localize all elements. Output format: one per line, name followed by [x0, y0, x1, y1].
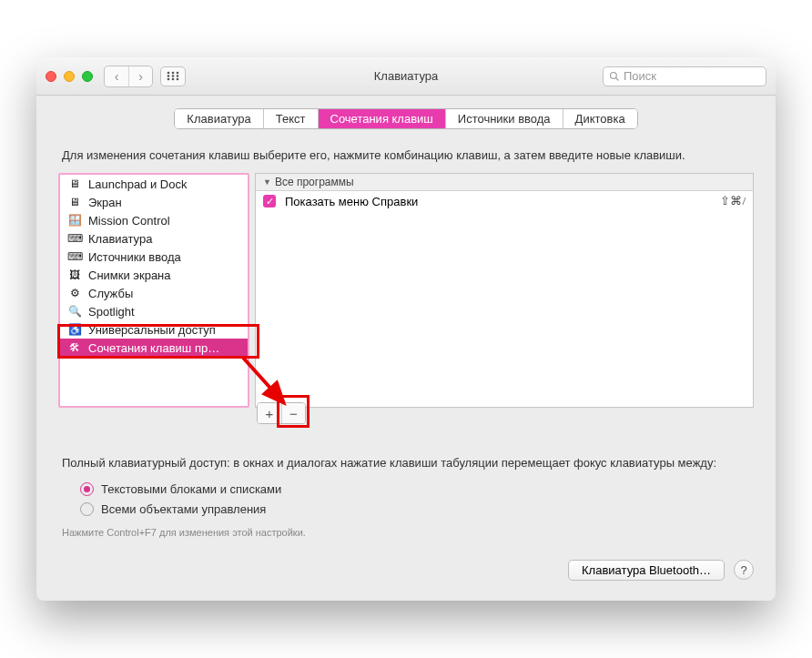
category-label: Снимки экрана: [88, 268, 171, 282]
svg-point-7: [172, 78, 175, 81]
app-shortcuts-icon: 🛠: [67, 340, 82, 355]
category-label: Клавиатура: [88, 232, 152, 246]
chevron-left-icon: ‹: [115, 69, 119, 84]
category-label: Службы: [88, 287, 133, 300]
tab-2[interactable]: Сочетания клавиш: [318, 109, 445, 128]
content-area: КлавиатураТекстСочетания клавишИсточники…: [36, 96, 776, 601]
shortcut-keys[interactable]: ⇧⌘/: [720, 194, 746, 208]
accessibility-icon: ♿: [67, 322, 82, 337]
category-item[interactable]: ⌨Источники ввода: [60, 248, 248, 266]
back-button[interactable]: ‹: [105, 66, 128, 86]
category-item[interactable]: ♿Универсальный доступ: [60, 320, 248, 339]
svg-point-1: [172, 72, 175, 75]
launchpad-icon: 🖥: [67, 177, 82, 191]
tab-1[interactable]: Текст: [263, 109, 318, 128]
mission-control-icon: 🪟: [67, 213, 82, 228]
zoom-button[interactable]: [82, 71, 93, 82]
titlebar: ‹ › Клавиатура Поиск: [36, 57, 776, 96]
shortcut-row[interactable]: ✓Показать меню Справки⇧⌘/: [256, 191, 753, 211]
traffic-lights: [46, 71, 93, 82]
radio-option[interactable]: Всеми объектами управления: [80, 500, 750, 520]
tab-4[interactable]: Диктовка: [563, 109, 637, 128]
category-item[interactable]: ⌨Клавиатура: [60, 229, 248, 248]
category-label: Источники ввода: [88, 250, 181, 264]
svg-point-8: [177, 78, 179, 81]
shortcut-list[interactable]: ▼ Все программы ✓Показать меню Справки⇧⌘…: [255, 173, 754, 408]
tab-0[interactable]: Клавиатура: [175, 109, 262, 128]
category-label: Spotlight: [88, 305, 135, 319]
shortcut-label: Показать меню Справки: [285, 195, 418, 208]
radio-label: Всеми объектами управления: [101, 501, 266, 518]
svg-point-2: [177, 72, 179, 75]
spotlight-icon: 🔍: [67, 304, 82, 319]
show-all-button[interactable]: [160, 66, 186, 86]
full-access-text: Полный клавиатурный доступ: в окнах и ди…: [62, 455, 750, 471]
category-label: Сочетания клавиш пр…: [88, 341, 219, 355]
radio-button[interactable]: [80, 502, 94, 516]
close-button[interactable]: [46, 71, 56, 82]
category-label: Универсальный доступ: [88, 323, 216, 337]
category-item[interactable]: 🖥Экран: [60, 193, 248, 211]
group-header-label: Все программы: [275, 176, 354, 188]
category-item[interactable]: 🪟Mission Control: [60, 211, 248, 229]
tab-3[interactable]: Источники ввода: [445, 109, 563, 128]
disclosure-triangle-icon[interactable]: ▼: [263, 177, 271, 187]
hint-text: Нажмите Control+F7 для изменения этой на…: [62, 527, 750, 538]
category-label: Mission Control: [88, 214, 170, 228]
svg-point-5: [177, 75, 179, 77]
preferences-window: ‹ › Клавиатура Поиск КлавиатураТекстСоче…: [36, 57, 776, 601]
search-placeholder: Поиск: [624, 69, 656, 83]
instructions: Для изменения сочетания клавиш выберите …: [62, 147, 754, 164]
display-icon: 🖥: [67, 195, 82, 209]
svg-line-10: [616, 77, 619, 80]
minimize-button[interactable]: [64, 71, 75, 82]
remove-shortcut-button[interactable]: −: [281, 403, 305, 423]
screenshots-icon: 🖼: [67, 268, 82, 282]
svg-point-9: [611, 72, 617, 78]
category-label: Экран: [88, 196, 122, 209]
svg-point-4: [172, 75, 175, 77]
help-button[interactable]: ?: [734, 560, 754, 580]
input-sources-icon: ⌨: [67, 249, 82, 264]
tabs: КлавиатураТекстСочетания клавишИсточники…: [58, 108, 754, 129]
radio-label: Текстовыми блоками и списками: [101, 481, 281, 498]
search-input[interactable]: Поиск: [603, 66, 766, 86]
category-item[interactable]: 🖼Снимки экрана: [60, 266, 248, 284]
add-remove-control: + −: [257, 402, 306, 424]
search-icon: [609, 71, 620, 82]
services-icon: ⚙: [67, 286, 82, 300]
radio-button[interactable]: [80, 482, 94, 496]
category-item[interactable]: ⚙Службы: [60, 284, 248, 302]
chevron-right-icon: ›: [138, 69, 143, 84]
category-list[interactable]: 🖥Launchpad и Dock🖥Экран🪟Mission Control⌨…: [58, 173, 249, 408]
full-keyboard-access-section: Полный клавиатурный доступ: в окнах и ди…: [62, 455, 750, 520]
bluetooth-keyboard-button[interactable]: Клавиатура Bluetooth…: [568, 560, 725, 581]
forward-button[interactable]: ›: [128, 66, 152, 86]
svg-point-6: [167, 78, 170, 81]
radio-option[interactable]: Текстовыми блоками и списками: [80, 480, 750, 500]
keyboard-icon: ⌨: [67, 231, 82, 246]
svg-point-0: [167, 72, 170, 75]
category-item[interactable]: 🖥Launchpad и Dock: [60, 175, 248, 193]
category-item[interactable]: 🛠Сочетания клавиш пр…: [60, 339, 248, 357]
checkbox[interactable]: ✓: [263, 195, 276, 208]
shortcut-group-header[interactable]: ▼ Все программы: [256, 174, 753, 191]
footer: Клавиатура Bluetooth… ?: [58, 560, 754, 581]
add-shortcut-button[interactable]: +: [258, 403, 281, 423]
category-label: Launchpad и Dock: [88, 177, 187, 191]
category-item[interactable]: 🔍Spotlight: [60, 302, 248, 320]
svg-point-3: [167, 75, 170, 77]
split-panes: 🖥Launchpad и Dock🖥Экран🪟Mission Control⌨…: [58, 173, 754, 408]
grid-icon: [167, 71, 179, 81]
nav-buttons: ‹ ›: [104, 66, 153, 87]
